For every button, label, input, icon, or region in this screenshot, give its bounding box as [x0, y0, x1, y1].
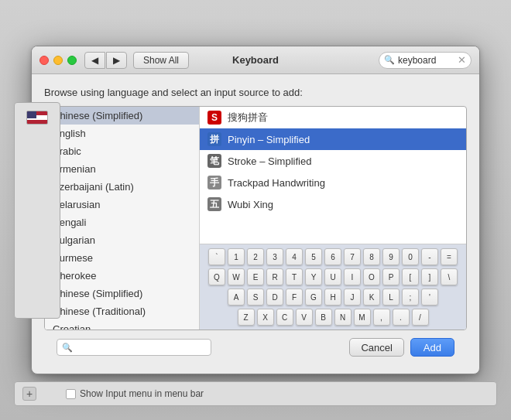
key-x[interactable]: -	[421, 248, 438, 265]
key-m[interactable]: M	[354, 309, 371, 326]
key-t[interactable]: T	[286, 268, 303, 285]
source-item-pinyin[interactable]: 拼Pinyin – Simplified	[200, 128, 466, 150]
key-x[interactable]: ;	[402, 289, 419, 306]
keyboard-preview: `1234567890-=QWERTYUIOP[]\ASDFGHJKL;'ZXC…	[200, 244, 466, 330]
key-s[interactable]: S	[247, 289, 264, 306]
language-item-azerbaijani[interactable]: Azerbaijani (Latin)	[45, 178, 199, 196]
key-q[interactable]: Q	[208, 268, 225, 285]
minimize-button[interactable]	[53, 56, 63, 65]
clear-search-icon[interactable]: ✕	[458, 54, 466, 66]
source-item-wubi[interactable]: 五Wubi Xing	[200, 193, 466, 215]
browse-label: Browse using language and select an inpu…	[44, 87, 467, 98]
app-background: ◀ ▶ Show All Keyboard 🔍 ✕ Browse using l…	[0, 0, 511, 420]
key-b[interactable]: B	[315, 309, 332, 326]
key-i[interactable]: I	[344, 268, 361, 285]
key-k[interactable]: K	[363, 289, 380, 306]
key-7[interactable]: 7	[344, 248, 361, 265]
language-search-box[interactable]: 🔍	[57, 339, 211, 356]
language-item-belarusian[interactable]: Belarusian	[45, 196, 199, 213]
language-item-bengali[interactable]: Bengali	[45, 213, 199, 231]
toolbar-search[interactable]: 🔍 ✕	[379, 52, 472, 69]
key-9[interactable]: 9	[382, 248, 400, 265]
key-x[interactable]: ]	[421, 268, 438, 285]
key-e[interactable]: E	[247, 268, 264, 285]
key-x[interactable]: /	[412, 309, 429, 326]
flag-icon	[26, 111, 48, 125]
add-button[interactable]: Add	[410, 338, 454, 357]
language-item-croatian[interactable]: Croatian	[45, 320, 199, 330]
back-button[interactable]: ◀	[84, 52, 105, 69]
source-item-trackpad[interactable]: 手Trackpad Handwriting	[200, 172, 466, 193]
key-x[interactable]: \	[441, 268, 458, 285]
key-x[interactable]: .	[393, 309, 410, 326]
keyboard-row: ZXCVBNM,./	[207, 309, 458, 326]
key-x[interactable]: [	[402, 268, 419, 285]
keyboard-window: ◀ ▶ Show All Keyboard 🔍 ✕ Browse using l…	[31, 46, 480, 374]
source-icon-pinyin: 拼	[207, 132, 221, 146]
language-item-burmese[interactable]: Burmese	[45, 249, 199, 267]
key-x[interactable]: =	[441, 248, 458, 265]
key-w[interactable]: W	[228, 268, 245, 285]
language-item-bulgarian[interactable]: Bulgarian	[45, 231, 199, 249]
key-5[interactable]: 5	[305, 248, 322, 265]
close-button[interactable]	[39, 56, 49, 65]
language-input-panel: Chinese (Simplified)EnglishArabicArmenia…	[44, 106, 467, 330]
language-item-chinese-simplified-2[interactable]: Chinese (Simplified)	[45, 285, 199, 302]
key-g[interactable]: G	[305, 289, 322, 306]
search-input[interactable]	[398, 55, 452, 66]
language-list[interactable]: Chinese (Simplified)EnglishArabicArmenia…	[45, 107, 200, 330]
key-1[interactable]: 1	[228, 248, 245, 265]
source-item-stroke[interactable]: 笔Stroke – Simplified	[200, 150, 466, 172]
forward-button[interactable]: ▶	[106, 52, 127, 69]
key-f[interactable]: F	[286, 289, 303, 306]
language-search-icon: 🔍	[62, 343, 73, 353]
language-item-english[interactable]: English	[45, 125, 199, 142]
key-d[interactable]: D	[266, 289, 283, 306]
dialog-content: Browse using language and select an inpu…	[32, 74, 479, 374]
key-c[interactable]: C	[276, 309, 293, 326]
key-0[interactable]: 0	[402, 248, 419, 265]
key-r[interactable]: R	[266, 268, 283, 285]
key-x[interactable]: `	[208, 248, 225, 265]
key-x[interactable]: X	[257, 309, 274, 326]
key-n[interactable]: N	[334, 309, 352, 326]
language-item-armenian[interactable]: Armenian	[45, 160, 199, 178]
key-v[interactable]: V	[296, 309, 313, 326]
dialog-buttons: 🔍 Cancel Add	[44, 330, 467, 364]
source-label-stroke: Stroke – Simplified	[228, 155, 311, 167]
source-icon-trackpad: 手	[207, 176, 221, 190]
key-4[interactable]: 4	[286, 248, 303, 265]
language-item-arabic[interactable]: Arabic	[45, 142, 199, 160]
keyboard-row: `1234567890-=	[207, 248, 458, 265]
search-icon: 🔍	[384, 55, 395, 65]
key-z[interactable]: Z	[238, 309, 255, 326]
cancel-button[interactable]: Cancel	[349, 338, 403, 357]
key-x[interactable]: '	[421, 289, 438, 306]
language-item-cherokee[interactable]: Cherokee	[45, 267, 199, 285]
show-all-button[interactable]: Show All	[133, 52, 189, 69]
key-6[interactable]: 6	[324, 248, 341, 265]
keyboard-row: QWERTYUIOP[]\	[207, 268, 458, 285]
key-j[interactable]: J	[344, 289, 361, 306]
key-y[interactable]: Y	[305, 268, 322, 285]
key-o[interactable]: O	[363, 268, 380, 285]
key-3[interactable]: 3	[266, 248, 283, 265]
add-source-button[interactable]: +	[22, 387, 36, 401]
traffic-lights	[39, 56, 77, 65]
key-p[interactable]: P	[382, 268, 400, 285]
show-menu-checkbox[interactable]	[66, 389, 76, 399]
key-l[interactable]: L	[382, 289, 400, 306]
language-item-chinese-simplified[interactable]: Chinese (Simplified)	[45, 107, 199, 125]
source-label-pinyin: Pinyin – Simplified	[228, 134, 310, 145]
key-u[interactable]: U	[324, 268, 341, 285]
input-sources-list[interactable]: S搜狗拼音拼Pinyin – Simplified笔Stroke – Simpl…	[200, 107, 466, 244]
key-h[interactable]: H	[324, 289, 341, 306]
key-2[interactable]: 2	[247, 248, 264, 265]
key-a[interactable]: A	[228, 289, 245, 306]
right-panel: S搜狗拼音拼Pinyin – Simplified笔Stroke – Simpl…	[200, 107, 466, 330]
source-item-sougou[interactable]: S搜狗拼音	[200, 107, 466, 128]
key-x[interactable]: ,	[373, 309, 390, 326]
key-8[interactable]: 8	[363, 248, 380, 265]
language-item-chinese-traditional[interactable]: Chinese (Traditional)	[45, 302, 199, 320]
zoom-button[interactable]	[67, 56, 77, 65]
